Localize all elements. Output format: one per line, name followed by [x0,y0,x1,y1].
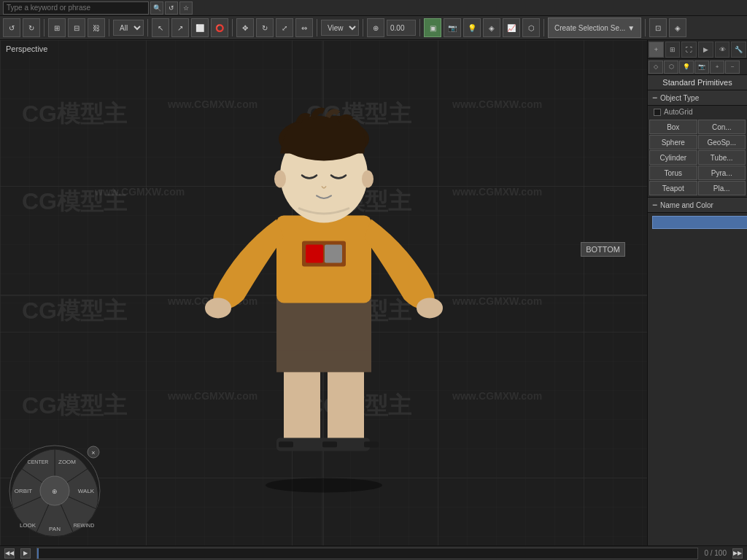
separator-8 [543,19,544,36]
panel-tab-modify[interactable]: ⊞ [665,42,681,58]
search-input[interactable] [3,1,149,15]
link-button[interactable]: ⊞ [48,18,66,37]
object-type-section: − Object Type AutoGrid Box Con... Sphere… [648,90,747,198]
primitives-grid: Box Con... Sphere GeoSp... Cylinder Tube… [648,118,747,197]
prim-pyramid[interactable]: Pyra... [698,166,746,180]
separator-2 [109,19,109,36]
subtab-cameras[interactable]: 📷 [694,61,709,74]
rect-select-button[interactable]: ⬜ [191,18,209,37]
lasso-select-button[interactable]: ⭕ [211,18,228,37]
character-svg [171,73,477,496]
center-label: CENTER [28,459,49,464]
prim-cone[interactable]: Con... [698,120,746,134]
svg-point-27 [362,170,374,187]
prim-teapot[interactable]: Teapot [649,181,697,195]
search-button[interactable]: 🔍 [150,1,163,15]
pan-label: PAN [49,526,61,532]
frame-input[interactable] [387,20,416,36]
filter-select[interactable]: All [113,20,144,36]
bind-button[interactable]: ⛓ [88,18,105,37]
timeline-area[interactable] [36,548,698,559]
panel-tab-motion[interactable]: ▶ [698,42,713,58]
timeline-progress [37,548,39,559]
schematic-button[interactable]: ⬡ [522,18,540,37]
svg-rect-16 [324,350,371,372]
viewport-label: Perspective [6,44,47,53]
frame-display: 0 / 100 [704,549,727,557]
main-toolbar: 🔍 ↺ ☆ ↺ ↻ ⊞ ⊟ ⛓ All ↖ ↗ ⬜ ⭕ ✥ ↻ ⤢ ⇔ View… [0,0,747,40]
mirror-button[interactable]: ⇔ [295,18,313,37]
separator-4 [232,19,233,36]
name-color-collapse-icon: − [652,200,657,210]
separator-9 [645,19,646,36]
select-region-button[interactable]: ↗ [171,18,189,37]
rewind-label: REWIND [74,523,94,528]
scale-button[interactable]: ⤢ [276,18,293,37]
timeline-play-button[interactable]: ▶ [20,548,31,559]
zoom-label: ZOOM [58,459,76,465]
unlink-button[interactable]: ⊟ [68,18,85,37]
svg-point-21 [205,298,231,318]
select-button[interactable]: ↖ [152,18,169,37]
undo-button[interactable]: ↺ [3,18,20,37]
bottom-label: BOTTOM [581,242,625,257]
prim-cylinder[interactable]: Cylinder [649,150,697,165]
move-button[interactable]: ✥ [236,18,254,37]
subtab-helpers[interactable]: + [710,61,724,74]
panel-subtabs: ◇ ⬡ 💡 📷 + ~ [648,59,747,75]
panel-tab-display[interactable]: 👁 [715,42,730,58]
bookmark-icon[interactable]: ☆ [179,1,193,15]
name-color-label: Name and Color [660,201,713,209]
object-type-header[interactable]: − Object Type [648,90,747,106]
undo-icon[interactable]: ↺ [165,1,178,15]
svg-rect-19 [306,244,323,262]
autogrid-checkbox[interactable] [654,109,661,116]
object-type-label: Object Type [660,94,699,102]
named-sel-1[interactable]: ⊡ [649,18,667,37]
panel-tab-create[interactable]: + [649,42,664,58]
rotate-button[interactable]: ↻ [256,18,274,37]
svg-rect-13 [364,441,379,447]
subtab-geometry[interactable]: ◇ [649,61,663,74]
viewport[interactable]: Perspective CG [0,40,647,545]
create-sel-dropdown-icon: ▼ [627,24,635,32]
subtab-lights[interactable]: 💡 [679,61,694,74]
prim-torus[interactable]: Torus [649,166,697,180]
collapse-icon: − [652,93,657,103]
search-bar: 🔍 ↺ ☆ [0,0,747,16]
panel-tabs: + ⊞ ⛶ ▶ 👁 🔧 [648,40,747,59]
subtab-spacewarps[interactable]: ~ [725,61,740,74]
curve-editor[interactable]: 📈 [503,18,520,37]
gizmo-center: ⊕ [52,488,58,495]
panel-title: Standard Primitives [648,75,747,90]
material-button[interactable]: ◈ [483,18,500,37]
separator-3 [147,19,148,36]
svg-rect-15 [276,350,324,372]
timeline-next-button[interactable]: ▶▶ [732,548,743,559]
timeline-prev-button[interactable]: ◀◀ [4,548,15,559]
light-button[interactable]: 💡 [463,18,481,37]
gizmo-close-icon[interactable]: × [91,449,95,456]
prim-plane[interactable]: Pla... [698,181,746,195]
panel-tab-hierarchy[interactable]: ⛶ [681,42,697,58]
name-color-header[interactable]: − Name and Color [648,198,747,213]
create-selection-button[interactable]: Create Selection Se... ▼ [548,18,641,38]
prim-sphere[interactable]: Sphere [649,135,697,149]
snap-toggle[interactable]: ⊕ [367,18,384,37]
redo-button[interactable]: ↻ [23,18,40,37]
render-button[interactable]: ▣ [424,18,441,37]
autogrid-row: AutoGrid [648,106,747,118]
name-input[interactable] [652,216,747,229]
create-selection-label: Create Selection Se... [554,24,625,32]
named-sel-2[interactable]: ◈ [669,18,686,37]
prim-box[interactable]: Box [649,120,697,134]
panel-tab-utilities[interactable]: 🔧 [731,42,746,58]
camera-button[interactable]: 📷 [444,18,461,37]
view-select[interactable]: View [321,20,359,36]
subtab-shapes[interactable]: ⬡ [664,61,678,74]
prim-geosphere[interactable]: GeoSp... [698,135,746,149]
right-panel: + ⊞ ⛶ ▶ 👁 🔧 ◇ ⬡ 💡 📷 + ~ Standard Primiti… [647,40,747,545]
nav-gizmo[interactable]: ZOOM WALK REWIND PAN LOOK [7,443,102,538]
prim-tube[interactable]: Tube... [698,150,746,165]
separator-1 [44,19,44,36]
